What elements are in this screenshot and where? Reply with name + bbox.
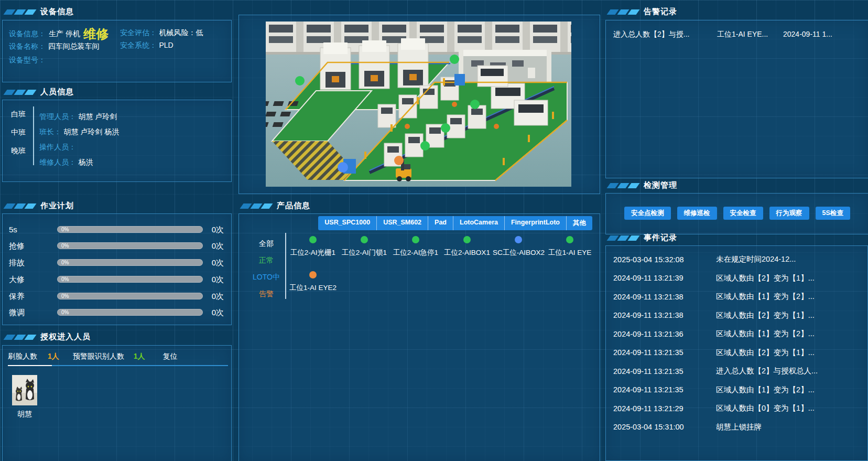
work-plan-header: 作业计划	[5, 201, 74, 211]
event-row[interactable]: 2024-09-11 13:21:35 进入总人数【2】与授权总人...	[606, 362, 867, 381]
safety-system-label: 安全系统：	[120, 41, 157, 49]
foreman-label: 班长：	[39, 127, 61, 136]
button-lotocamera[interactable]: LotoCamera	[453, 216, 505, 230]
alarm-device: 工位1-AI EYE...	[717, 30, 776, 39]
active-tab-underline	[8, 365, 52, 366]
shift-tab-night[interactable]: 晚班	[11, 146, 26, 156]
person-photo[interactable]	[12, 375, 37, 405]
safety-inspection-button[interactable]: 安全检查	[723, 207, 763, 220]
product-type-button-bar: USR_SPC1000 USR_SM602 Pad LotoCamera Fin…	[318, 216, 592, 230]
status-filter-list: 全部 正常 LOTO中 告警	[253, 235, 280, 302]
button-pad[interactable]: Pad	[428, 216, 453, 230]
manager-value: 胡慧 卢玲剑	[78, 112, 117, 121]
work-plan-row-label: 微调	[9, 308, 25, 318]
button-fingerprintloto[interactable]: FingerprintLoto	[505, 216, 567, 230]
personnel-panel: 白班 中班 晚班 管理人员： 胡慧 卢玲剑 班长： 胡慧 卢玲剑 杨洪 操作人员…	[2, 100, 232, 182]
event-message: 区域人数由【2】变为【1】...	[716, 348, 867, 358]
device-row-2: 工位1-AI EYE2	[287, 271, 596, 293]
authorized-header: 授权进入人员	[5, 332, 91, 342]
filter-alarm[interactable]: 告警	[253, 285, 280, 302]
behavior-observation-button[interactable]: 行为观察	[769, 207, 809, 220]
alarm-time: 2024-09-11 1...	[783, 30, 863, 38]
event-row[interactable]: 2024-09-11 13:21:29 区域人数由【0】变为【1】...	[606, 399, 867, 418]
status-dot-green-icon	[463, 236, 471, 243]
event-row[interactable]: 2024-09-11 13:21:36 区域人数由【1】变为【2】...	[606, 325, 867, 344]
safety-point-check-button[interactable]: 安全点检测	[624, 207, 671, 220]
device-name-label: 设备名称：	[9, 42, 46, 50]
face-count-value: 1人	[48, 352, 59, 361]
section-marker-icon	[242, 203, 271, 209]
progress-bar: 0%	[57, 276, 203, 283]
authorized-panel: 刷脸人数 1人 预警眼识别人数 1人 复位	[2, 345, 232, 461]
work-plan-row-count: 0次	[212, 275, 224, 285]
work-plan-row-count: 0次	[212, 258, 224, 268]
work-plan-row-label: 排故	[9, 258, 25, 268]
device-item[interactable]: SC工位-AIBOX2	[493, 236, 544, 258]
device-item[interactable]: 工位1-AI EYE	[544, 236, 595, 258]
section-marker-icon	[5, 90, 35, 95]
event-row[interactable]: 2024-09-11 13:21:38 区域人数由【2】变为【1】...	[606, 306, 867, 325]
operator-label: 操作人员：	[39, 143, 76, 151]
device-item[interactable]: 工位2-AIBOX1	[441, 236, 493, 258]
status-dot-blue-icon	[515, 236, 522, 243]
work-plan-row-label: 大修	[9, 275, 25, 285]
shift-tab-day[interactable]: 白班	[11, 110, 26, 119]
shift-tab-middle[interactable]: 中班	[11, 128, 26, 137]
shift-divider	[33, 106, 34, 165]
event-row[interactable]: 2024-09-11 13:21:35 区域人数由【1】变为【2】...	[606, 381, 867, 400]
inspection-panel: 安全点检测 维修巡检 安全检查 行为观察 5S检查	[605, 193, 868, 234]
filter-normal[interactable]: 正常	[253, 252, 280, 269]
event-row[interactable]: 2024-09-11 13:21:39 区域人数由【2】变为【1】...	[606, 269, 867, 288]
event-time: 2025-03-04 15:31:00	[613, 423, 716, 431]
section-marker-icon	[5, 203, 35, 209]
event-time: 2024-09-11 13:21:39	[613, 274, 716, 282]
event-row[interactable]: 2025-03-04 15:31:00 胡慧上锁挂牌	[606, 418, 867, 437]
device-item[interactable]: 工位2-AI光栅1	[287, 236, 339, 258]
device-info-panel: 设备信息： 生产 停机 维修 设备名称： 四车间总装车间 设备型号： 安全评估：…	[2, 20, 232, 82]
section-marker-icon	[609, 9, 638, 15]
work-plan-row: 5s 0% 0次	[9, 224, 224, 235]
product-info-header: 产品信息	[242, 201, 310, 211]
inspection-buttons: 安全点检测 维修巡检 安全检查 行为观察 5S检查	[606, 194, 868, 220]
work-plan-row: 大修 0% 0次	[9, 274, 224, 285]
device-info-header: 设备信息	[5, 7, 74, 17]
event-message: 未在规定时间2024-12...	[716, 254, 867, 264]
event-time: 2024-09-11 13:21:29	[613, 404, 716, 413]
status-dot-green-icon	[412, 236, 419, 243]
event-message: 区域人数由【0】变为【1】...	[716, 403, 867, 413]
button-other[interactable]: 其他	[567, 216, 592, 230]
warn-eye-count-value: 1人	[134, 352, 145, 361]
maintenance-patrol-button[interactable]: 维修巡检	[677, 207, 717, 220]
button-usr-sm602[interactable]: USR_SM602	[377, 216, 428, 230]
event-row[interactable]: 2024-09-11 13:21:38 区域人数由【1】变为【2】...	[606, 287, 867, 306]
event-row[interactable]: 2025-03-04 15:32:08 未在规定时间2024-12...	[606, 250, 867, 269]
alarm-records-title: 告警记录	[644, 7, 677, 17]
warn-eye-tab[interactable]: 预警眼识别人数	[73, 352, 124, 361]
face-count-tab[interactable]: 刷脸人数	[8, 352, 37, 361]
event-time: 2024-09-11 13:21:35	[613, 367, 716, 376]
filter-loto[interactable]: LOTO中	[253, 269, 280, 285]
event-records-title: 事件记录	[644, 233, 677, 243]
device-item[interactable]: 工位1-AI EYE2	[287, 271, 339, 293]
product-info-panel: USR_SPC1000 USR_SM602 Pad LotoCamera Fin…	[238, 213, 600, 461]
progress-bar: 0%	[57, 259, 203, 266]
event-message: 区域人数由【1】变为【2】...	[716, 329, 867, 339]
device-state-label: 设备信息：	[9, 29, 46, 39]
5s-check-button[interactable]: 5S检查	[816, 207, 850, 220]
event-time: 2024-09-11 13:21:36	[613, 330, 716, 338]
section-marker-icon	[5, 335, 35, 340]
alarm-row[interactable]: 进入总人数【2】与授... 工位1-AI EYE... 2024-09-11 1…	[606, 20, 868, 39]
device-state-value: 生产 停机	[49, 29, 80, 39]
device-item[interactable]: 工位2-AI门锁1	[339, 236, 390, 258]
work-plan-row-count: 0次	[212, 292, 224, 302]
button-usr-spc1000[interactable]: USR_SPC1000	[318, 216, 377, 230]
foreman-value: 胡慧 卢玲剑 杨洪	[63, 127, 119, 136]
device-item[interactable]: 工位2-AI急停1	[390, 236, 441, 258]
filter-all[interactable]: 全部	[253, 235, 280, 252]
factory-3d-view[interactable]	[266, 22, 571, 187]
device-info-title: 设备信息	[40, 7, 74, 17]
event-row[interactable]: 2024-09-11 13:21:35 区域人数由【2】变为【1】...	[606, 344, 867, 362]
work-plan-title: 作业计划	[40, 201, 74, 211]
reset-button[interactable]: 复位	[163, 352, 178, 361]
work-plan-row-count: 0次	[212, 308, 224, 318]
